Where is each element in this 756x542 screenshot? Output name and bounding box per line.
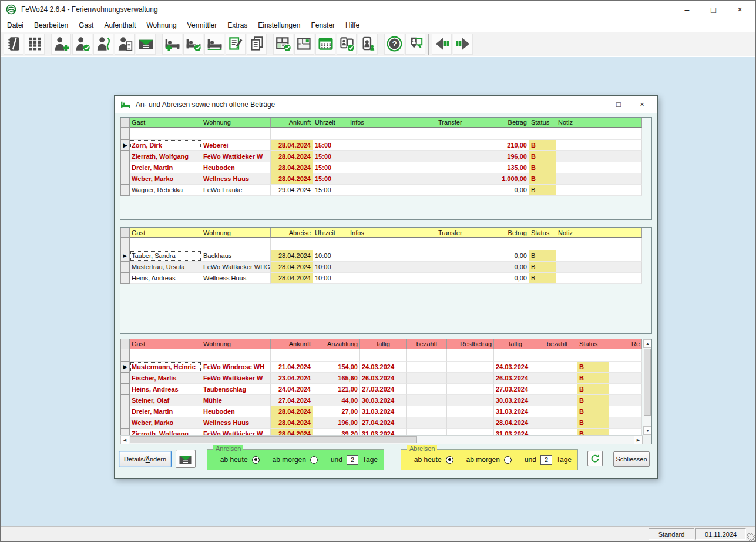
cell-infos[interactable]: [348, 128, 436, 140]
select-all-cell[interactable]: [120, 339, 130, 349]
cell-uhrzeit[interactable]: [313, 128, 348, 140]
column-header-faellig2[interactable]: fällig: [494, 339, 537, 349]
cell-betrag[interactable]: [483, 238, 529, 250]
cell-wohnung[interactable]: Weberei: [201, 140, 271, 151]
cell-transfer[interactable]: [436, 262, 483, 273]
cell-notiz[interactable]: [556, 250, 642, 262]
scroll-down-icon[interactable]: ▼: [643, 426, 652, 435]
cell-status[interactable]: B: [529, 140, 556, 151]
cell-status[interactable]: B: [529, 250, 556, 262]
cell-wohnung[interactable]: Heuboden: [201, 406, 271, 417]
column-header-uhrzeit[interactable]: Uhrzeit: [313, 228, 348, 238]
column-header-status[interactable]: Status: [577, 339, 609, 349]
cell-gast[interactable]: [130, 238, 201, 250]
toolbar-guest-invoice-icon[interactable]: [115, 34, 135, 55]
toolbar-guest-check-icon[interactable]: [72, 34, 92, 55]
cell-infos[interactable]: [348, 140, 436, 151]
column-header-infos[interactable]: Infos: [348, 118, 436, 128]
column-header-status[interactable]: Status: [529, 118, 556, 128]
dialog-titlebar[interactable]: An- und Abreisen sowie noch offene Beträ…: [115, 96, 657, 113]
cell-transfer[interactable]: [436, 151, 483, 162]
cell-gast[interactable]: Tauber, Sandra: [130, 250, 201, 262]
cell-anzahlung[interactable]: 196,00: [313, 417, 360, 429]
cell-status[interactable]: B: [577, 373, 609, 384]
column-header-infos[interactable]: Infos: [348, 228, 436, 238]
cell-wohnung[interactable]: FeWo Wattkieker W: [201, 373, 271, 384]
menu-hilfe[interactable]: Hilfe: [340, 19, 365, 31]
cell-infos[interactable]: [348, 273, 436, 284]
cell-betrag[interactable]: 0,00: [483, 185, 529, 196]
menu-vermittler[interactable]: Vermittler: [182, 19, 223, 31]
cell-uhrzeit[interactable]: 15:00: [313, 140, 348, 151]
cell-faellig1[interactable]: 27.03.2024: [360, 384, 407, 395]
cell-status[interactable]: [577, 349, 609, 362]
cell-faellig1[interactable]: 26.03.2024: [360, 373, 407, 384]
cell-anzahlung[interactable]: 154,00: [313, 362, 360, 373]
cell-ankunft[interactable]: 21.04.2024: [271, 362, 313, 373]
cell-uhrzeit[interactable]: [313, 238, 348, 250]
cell-restbetrag[interactable]: [447, 362, 494, 373]
toolbar-bed-icon[interactable]: [204, 34, 224, 55]
menu-datei[interactable]: Datei: [2, 19, 29, 31]
cell-gast[interactable]: Mustermann, Heinric: [130, 362, 201, 373]
cell-transfer[interactable]: [436, 173, 483, 185]
cell-infos[interactable]: [348, 151, 436, 162]
toolbar-keypad-icon[interactable]: [25, 34, 45, 55]
cell-status[interactable]: [529, 128, 556, 140]
cell-restbetrag[interactable]: [447, 373, 494, 384]
scroll-up-icon[interactable]: ▲: [643, 339, 652, 348]
cell-infos[interactable]: [348, 173, 436, 185]
abreisen-ab-heute-radio[interactable]: [446, 456, 453, 464]
cell-notiz[interactable]: [556, 273, 642, 284]
cell-gast[interactable]: Weber, Marko: [130, 417, 201, 429]
cell-status[interactable]: B: [577, 384, 609, 395]
cell-re[interactable]: [609, 417, 642, 429]
select-all-cell[interactable]: [120, 228, 130, 238]
column-header-faellig1[interactable]: fällig: [360, 339, 407, 349]
column-header-wohnung[interactable]: Wohnung: [201, 228, 271, 238]
column-header-ankunft[interactable]: Ankunft: [271, 118, 313, 128]
row-marker[interactable]: ▶: [120, 250, 130, 262]
column-header-notiz[interactable]: Notiz: [556, 228, 642, 238]
cell-uhrzeit[interactable]: 15:00: [313, 185, 348, 196]
cell-status[interactable]: [529, 238, 556, 250]
menu-gast[interactable]: Gast: [73, 19, 99, 31]
abreisen-days-input[interactable]: 2: [540, 455, 552, 465]
maximize-icon[interactable]: □: [700, 1, 727, 18]
column-header-gast[interactable]: Gast: [130, 228, 201, 238]
cell-wohnung[interactable]: Backhaus: [201, 250, 271, 262]
row-marker[interactable]: [120, 273, 130, 284]
cell-bezahlt2[interactable]: [537, 417, 577, 429]
cell-wohnung[interactable]: [201, 238, 271, 250]
dialog-minimize-icon[interactable]: –: [583, 97, 607, 112]
cell-gast[interactable]: [130, 349, 201, 362]
anreisen-ab-morgen-radio[interactable]: [310, 456, 318, 464]
cell-uhrzeit[interactable]: 10:00: [313, 250, 348, 262]
cell-bezahlt2[interactable]: [537, 395, 577, 406]
cell-ankunft[interactable]: 28.04.2024: [271, 162, 313, 173]
row-marker[interactable]: [120, 384, 130, 395]
cell-faellig1[interactable]: 30.03.2024: [360, 395, 407, 406]
menu-fenster[interactable]: Fenster: [305, 19, 340, 31]
toolbar-help-icon[interactable]: ?: [384, 34, 404, 55]
cell-wohnung[interactable]: Wellness Huus: [201, 173, 271, 185]
cell-uhrzeit[interactable]: 15:00: [313, 151, 348, 162]
cell-ankunft[interactable]: 23.04.2024: [271, 373, 313, 384]
cell-transfer[interactable]: [436, 140, 483, 151]
cell-notiz[interactable]: [556, 151, 642, 162]
cell-ankunft[interactable]: [271, 128, 313, 140]
cell-betrag[interactable]: 135,00: [483, 162, 529, 173]
cell-faellig2[interactable]: 28.04.2024: [494, 417, 537, 429]
cell-transfer[interactable]: [436, 273, 483, 284]
column-header-gast[interactable]: Gast: [130, 339, 201, 349]
row-marker[interactable]: [120, 395, 130, 406]
cell-faellig1[interactable]: 27.04.2024: [360, 417, 407, 429]
anreisen-ab-heute-radio[interactable]: [252, 456, 260, 464]
cell-wohnung[interactable]: FeWo Windrose WH: [201, 362, 271, 373]
cell-transfer[interactable]: [436, 128, 483, 140]
cell-transfer[interactable]: [436, 162, 483, 173]
cell-wohnung[interactable]: [201, 128, 271, 140]
cell-re[interactable]: [609, 395, 642, 406]
cell-bezahlt1[interactable]: [407, 395, 447, 406]
cell-infos[interactable]: [348, 250, 436, 262]
